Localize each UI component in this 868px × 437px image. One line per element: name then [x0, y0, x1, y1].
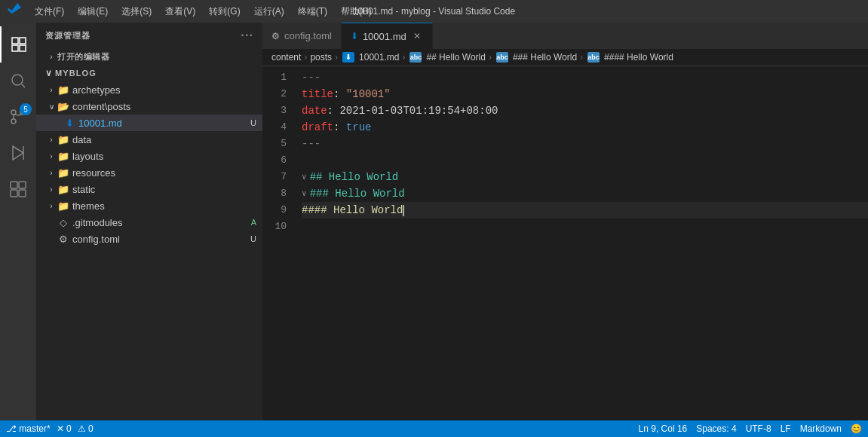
svg-point-0	[12, 75, 23, 85]
status-errors[interactable]: ✕ 0	[57, 423, 72, 434]
menu-goto[interactable]: 转到(G)	[203, 0, 246, 23]
svg-line-1	[22, 84, 25, 87]
sidebar-open-editors[interactable]: › 打开的编辑器	[36, 48, 262, 65]
status-warnings[interactable]: ⚠ 0	[78, 423, 94, 434]
activity-extensions[interactable]	[0, 171, 36, 207]
sidebar-header: 资源管理器 ···	[36, 23, 262, 48]
sidebar-item-archetypes[interactable]: › 📁 archetypes	[36, 81, 262, 98]
status-ln-col[interactable]: Ln 9, Col 16	[639, 423, 688, 434]
line-num-2: 2	[262, 86, 287, 102]
status-language[interactable]: Markdown	[800, 423, 842, 434]
code-line-9: #### Hello World	[302, 202, 868, 218]
code-line-4: draft : true	[302, 119, 868, 136]
tab-10001-md-label: 10001.md	[363, 31, 406, 42]
activity-search[interactable]	[0, 63, 36, 99]
10001-md-badge: U	[250, 118, 256, 127]
line-num-6: 6	[262, 152, 287, 169]
open-editors-arrow-icon: ›	[45, 53, 57, 61]
folder-icon: 📁	[57, 84, 69, 96]
activity-run[interactable]	[0, 135, 36, 171]
line3-key: date	[302, 102, 327, 119]
svg-rect-8	[19, 182, 26, 188]
bc-sep-4: ›	[489, 52, 492, 63]
sidebar-item-static[interactable]: › 📁 static	[36, 181, 262, 197]
resources-arrow-icon: ›	[45, 169, 57, 177]
bc-10001[interactable]: 10001.md	[359, 52, 399, 63]
code-line-6	[302, 152, 868, 169]
themes-folder-icon: 📁	[57, 200, 69, 212]
editor-content[interactable]: 1 2 3 4 5 6 7 8 9 10 --- title :	[262, 66, 868, 420]
tab-bar: ⚙ config.toml ⬇ 10001.md ✕	[262, 23, 868, 49]
line5-content: ---	[302, 136, 321, 152]
bc-md-icon: ⬇	[342, 52, 354, 63]
bc-h3[interactable]: ### Hello World	[513, 52, 577, 63]
status-branch[interactable]: ⎇ master*	[6, 423, 51, 434]
status-spaces[interactable]: Spaces: 4	[696, 423, 736, 434]
menu-edit[interactable]: 编辑(E)	[72, 0, 114, 23]
code-editor[interactable]: --- title : "10001" date : 2021-01-03T01…	[293, 66, 868, 420]
bc-h4[interactable]: #### Hello World	[604, 52, 673, 63]
content-posts-arrow-icon: ∨	[45, 102, 57, 111]
line3-colon: :	[327, 102, 340, 119]
bc-posts[interactable]: posts	[310, 52, 332, 63]
svg-rect-9	[11, 190, 17, 197]
line-num-3: 3	[262, 102, 287, 119]
status-encoding[interactable]: UTF-8	[746, 423, 771, 434]
config-toml-label: config.toml	[72, 234, 120, 245]
menu-terminal[interactable]: 终端(T)	[292, 0, 333, 23]
sidebar-more-button[interactable]: ···	[241, 29, 253, 42]
line-num-5: 5	[262, 136, 287, 152]
menu-view[interactable]: 查看(V)	[159, 0, 201, 23]
sidebar: 资源管理器 ··· › 打开的编辑器 ∨ MYBLOG › 📁 archetyp…	[36, 23, 262, 420]
sidebar-item-10001-md[interactable]: ⬇ 10001.md U	[36, 115, 262, 131]
layouts-folder-icon: 📁	[57, 150, 69, 162]
code-line-8: ∨ ### Hello World	[302, 185, 868, 202]
gitmodules-badge: A	[251, 218, 256, 227]
line4-key: draft	[302, 119, 333, 136]
line-numbers: 1 2 3 4 5 6 7 8 9 10	[262, 66, 293, 420]
line2-val: "10001"	[346, 86, 391, 102]
line-num-1: 1	[262, 69, 287, 86]
svg-rect-10	[19, 190, 26, 197]
menu-file[interactable]: 文件(F)	[29, 0, 70, 23]
bc-content[interactable]: content	[271, 52, 301, 63]
sidebar-item-config-toml[interactable]: ⚙ config.toml U	[36, 231, 262, 247]
content-posts-label: content\posts	[72, 101, 130, 112]
static-folder-icon: 📁	[57, 183, 69, 195]
gitmodules-label: .gitmodules	[72, 217, 122, 228]
sidebar-item-data[interactable]: › 📁 data	[36, 131, 262, 148]
status-feedback[interactable]: 😊	[851, 423, 862, 434]
tab-close-button[interactable]: ✕	[411, 30, 423, 42]
code-line-2: title : "10001"	[302, 86, 868, 102]
data-label: data	[72, 134, 91, 145]
sidebar-item-resources[interactable]: › 📁 resources	[36, 164, 262, 181]
sidebar-item-gitmodules[interactable]: ◇ .gitmodules A	[36, 214, 262, 231]
line9-h4: #### Hello World	[302, 202, 403, 218]
tab-config-toml[interactable]: ⚙ config.toml	[262, 23, 342, 49]
menu-select[interactable]: 选择(S)	[115, 0, 158, 23]
line1-content: ---	[302, 69, 321, 86]
activity-source-control[interactable]: 5	[0, 99, 36, 135]
menu-run[interactable]: 运行(A)	[248, 0, 290, 23]
folder-open-icon: 📂	[57, 100, 69, 112]
status-eol[interactable]: LF	[781, 423, 791, 434]
tab-config-gear-icon: ⚙	[271, 31, 280, 41]
tab-10001-md[interactable]: ⬇ 10001.md ✕	[342, 23, 433, 49]
sidebar-item-layouts[interactable]: › 📁 layouts	[36, 148, 262, 164]
code-line-10	[302, 218, 868, 235]
static-arrow-icon: ›	[45, 185, 57, 194]
fold-h3-icon[interactable]: ∨	[302, 185, 307, 202]
tab-config-toml-label: config.toml	[284, 30, 332, 41]
fold-h2-icon[interactable]: ∨	[302, 169, 307, 185]
activity-explorer[interactable]	[0, 26, 36, 63]
line2-key: title	[302, 86, 333, 102]
sidebar-project-section[interactable]: ∨ MYBLOG	[36, 65, 262, 81]
text-cursor	[403, 205, 404, 216]
line-num-4: 4	[262, 119, 287, 136]
10001-md-label: 10001.md	[78, 118, 122, 129]
sidebar-item-content-posts[interactable]: ∨ 📂 content\posts	[36, 98, 262, 115]
bc-h2[interactable]: ## Hello World	[426, 52, 485, 63]
line-num-10: 10	[262, 218, 287, 235]
sidebar-item-themes[interactable]: › 📁 themes	[36, 197, 262, 214]
archetypes-label: archetypes	[72, 84, 121, 96]
